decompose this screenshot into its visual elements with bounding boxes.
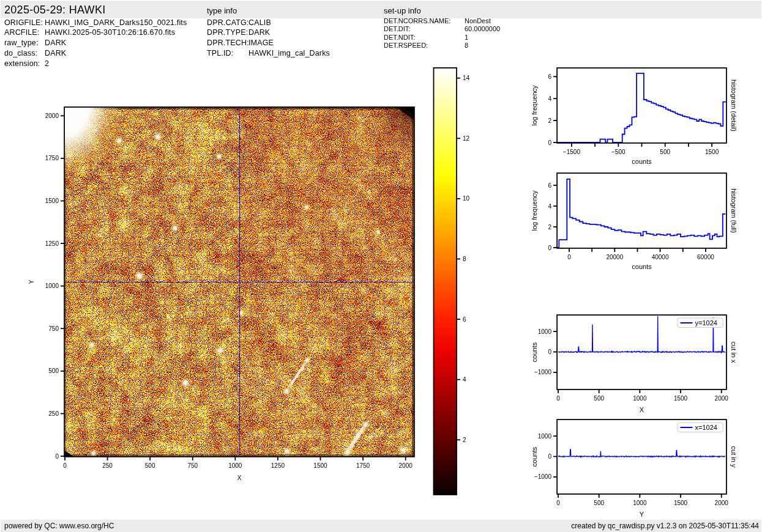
svg-text:−1500: −1500 bbox=[563, 149, 581, 155]
svg-text:−1000: −1000 bbox=[534, 369, 552, 375]
svg-text:2000: 2000 bbox=[715, 395, 729, 402]
svg-text:6: 6 bbox=[548, 73, 551, 80]
svg-text:6: 6 bbox=[463, 316, 466, 323]
svg-text:2: 2 bbox=[548, 224, 551, 231]
svg-text:counts: counts bbox=[632, 263, 652, 270]
svg-text:500: 500 bbox=[48, 368, 59, 374]
svg-text:0: 0 bbox=[548, 139, 551, 146]
svg-text:750: 750 bbox=[187, 462, 198, 469]
svg-text:20000: 20000 bbox=[606, 254, 623, 260]
svg-text:0: 0 bbox=[548, 453, 551, 460]
svg-text:40000: 40000 bbox=[652, 254, 669, 260]
svg-text:14: 14 bbox=[463, 75, 470, 81]
svg-text:2000: 2000 bbox=[399, 462, 413, 469]
svg-text:250: 250 bbox=[102, 462, 113, 469]
svg-text:−500: −500 bbox=[611, 149, 626, 155]
svg-text:counts: counts bbox=[531, 446, 538, 467]
svg-text:4: 4 bbox=[548, 203, 551, 210]
svg-text:8: 8 bbox=[463, 256, 466, 262]
svg-text:counts: counts bbox=[531, 342, 538, 362]
svg-text:1000: 1000 bbox=[633, 395, 647, 402]
svg-text:0: 0 bbox=[567, 254, 571, 260]
svg-text:0: 0 bbox=[55, 453, 59, 460]
svg-text:2: 2 bbox=[463, 437, 466, 443]
svg-text:1250: 1250 bbox=[45, 240, 59, 247]
svg-text:10: 10 bbox=[463, 195, 470, 202]
svg-text:2000: 2000 bbox=[45, 113, 59, 119]
svg-text:6: 6 bbox=[548, 182, 551, 189]
svg-text:500: 500 bbox=[145, 462, 155, 469]
svg-text:1500: 1500 bbox=[705, 149, 719, 155]
svg-text:x=1024: x=1024 bbox=[695, 424, 717, 431]
svg-text:4: 4 bbox=[548, 95, 551, 102]
svg-text:250: 250 bbox=[48, 410, 59, 417]
svg-text:1750: 1750 bbox=[45, 155, 59, 161]
svg-text:histogram (detail): histogram (detail) bbox=[730, 79, 738, 131]
svg-text:2000: 2000 bbox=[715, 500, 729, 506]
svg-text:1500: 1500 bbox=[674, 395, 688, 402]
svg-text:500: 500 bbox=[594, 500, 604, 506]
svg-text:y=1024: y=1024 bbox=[695, 319, 717, 327]
svg-text:4: 4 bbox=[463, 376, 466, 383]
svg-text:counts: counts bbox=[632, 158, 652, 165]
svg-text:X: X bbox=[237, 475, 242, 481]
svg-text:log frequency: log frequency bbox=[531, 85, 538, 126]
svg-text:1750: 1750 bbox=[356, 462, 370, 469]
svg-text:Y: Y bbox=[640, 511, 644, 518]
svg-text:60000: 60000 bbox=[697, 254, 714, 260]
svg-text:750: 750 bbox=[48, 325, 59, 332]
svg-text:histogram (full): histogram (full) bbox=[730, 188, 738, 233]
svg-text:X: X bbox=[640, 406, 644, 413]
svg-text:2: 2 bbox=[548, 117, 551, 124]
svg-text:0: 0 bbox=[556, 395, 560, 402]
svg-text:1000: 1000 bbox=[228, 462, 242, 469]
svg-text:0: 0 bbox=[548, 349, 551, 355]
svg-text:1000: 1000 bbox=[45, 283, 59, 289]
svg-text:1500: 1500 bbox=[674, 500, 688, 506]
svg-text:1500: 1500 bbox=[45, 198, 59, 204]
svg-text:0: 0 bbox=[548, 245, 551, 251]
svg-text:0: 0 bbox=[63, 462, 67, 469]
svg-text:−1000: −1000 bbox=[534, 473, 552, 480]
svg-text:1000: 1000 bbox=[538, 433, 552, 440]
svg-text:cut in y: cut in y bbox=[730, 446, 738, 468]
svg-text:1000: 1000 bbox=[633, 500, 647, 506]
svg-text:1500: 1500 bbox=[313, 462, 327, 469]
svg-text:1250: 1250 bbox=[271, 462, 285, 469]
svg-text:1000: 1000 bbox=[538, 328, 552, 335]
svg-text:0: 0 bbox=[556, 500, 560, 506]
svg-text:Y: Y bbox=[28, 279, 35, 284]
svg-text:500: 500 bbox=[594, 395, 604, 402]
svg-text:12: 12 bbox=[463, 135, 470, 142]
svg-text:cut in x: cut in x bbox=[730, 342, 738, 363]
svg-text:log frequency: log frequency bbox=[531, 190, 538, 231]
svg-text:500: 500 bbox=[660, 149, 670, 155]
